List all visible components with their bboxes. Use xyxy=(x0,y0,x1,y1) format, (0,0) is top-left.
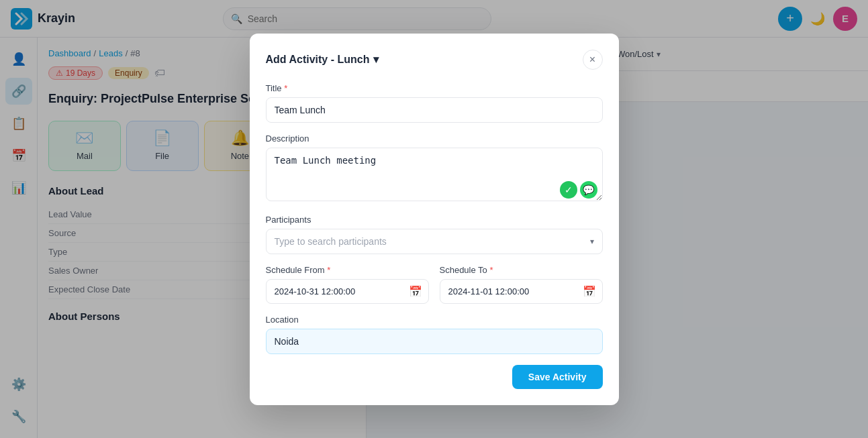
schedule-from-input[interactable] xyxy=(266,279,429,304)
description-wrap: Team Lunch meeting ✓ 💬 xyxy=(266,148,603,204)
save-activity-button[interactable]: Save Activity xyxy=(512,365,603,389)
send-icon[interactable]: ✓ xyxy=(560,181,577,199)
title-field: Title * xyxy=(266,83,603,133)
participants-placeholder: Type to search participants xyxy=(275,236,387,247)
schedule-to-label: Schedule To * xyxy=(440,265,603,275)
title-label: Title * xyxy=(266,83,603,93)
schedule-from-label: Schedule From * xyxy=(266,265,429,275)
schedule-to-field: Schedule To * 📅 xyxy=(440,265,603,304)
description-label: Description xyxy=(266,133,603,144)
modal-close-button[interactable]: × xyxy=(583,50,603,70)
schedule-from-wrap: 📅 xyxy=(266,279,429,304)
schedule-to-input[interactable] xyxy=(440,279,603,304)
modal-title: Add Activity - Lunch ▾ xyxy=(266,53,379,66)
participants-chevron-icon: ▾ xyxy=(590,237,594,246)
modal-overlay[interactable]: Add Activity - Lunch ▾ × Title * Descrip… xyxy=(0,0,868,438)
textarea-icons: ✓ 💬 xyxy=(560,181,597,199)
description-textarea[interactable]: Team Lunch meeting xyxy=(266,148,603,201)
description-field: Description Team Lunch meeting ✓ 💬 xyxy=(266,133,603,204)
title-input[interactable] xyxy=(266,97,603,123)
schedule-to-wrap: 📅 xyxy=(440,279,603,304)
participants-select[interactable]: Type to search participants ▾ xyxy=(266,229,603,254)
whatsapp-icon[interactable]: 💬 xyxy=(580,181,597,199)
location-input[interactable] xyxy=(266,329,603,354)
location-label: Location xyxy=(266,315,603,325)
modal-title-chevron-icon[interactable]: ▾ xyxy=(373,53,379,66)
schedule-to-required: * xyxy=(489,265,493,275)
add-activity-modal: Add Activity - Lunch ▾ × Title * Descrip… xyxy=(250,34,619,405)
modal-footer: Save Activity xyxy=(266,365,603,389)
schedule-to-calendar-icon[interactable]: 📅 xyxy=(583,285,596,298)
schedule-from-field: Schedule From * 📅 xyxy=(266,265,429,304)
schedule-from-calendar-icon[interactable]: 📅 xyxy=(409,285,422,298)
participants-field: Participants Type to search participants… xyxy=(266,215,603,254)
modal-header: Add Activity - Lunch ▾ × xyxy=(266,50,603,70)
schedule-from-required: * xyxy=(327,265,330,275)
schedule-row: Schedule From * 📅 Schedule To * 📅 xyxy=(266,265,603,304)
location-field: Location xyxy=(266,315,603,360)
title-required: * xyxy=(284,83,287,93)
participants-label: Participants xyxy=(266,215,603,225)
